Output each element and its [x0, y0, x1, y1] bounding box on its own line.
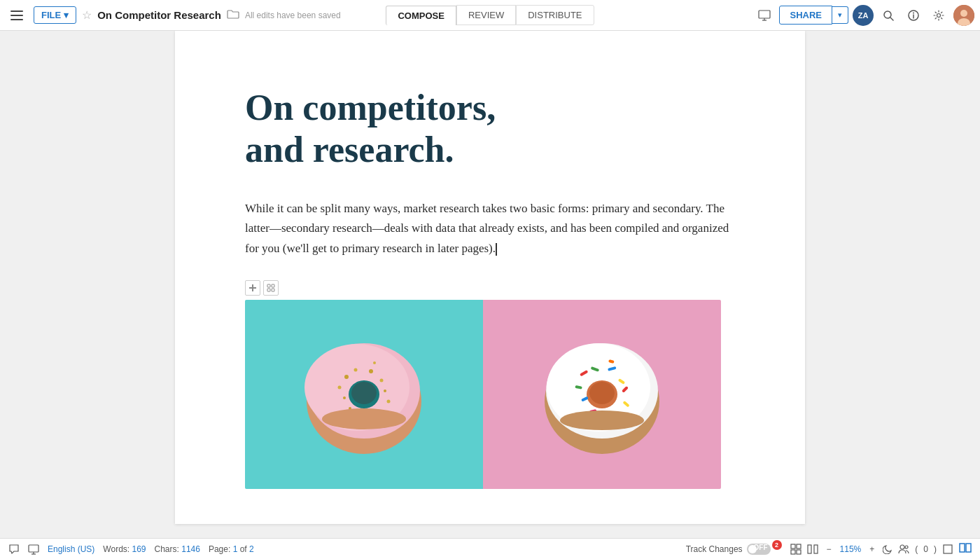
favorite-button[interactable]: ☆ — [82, 8, 92, 22]
share-dropdown-button[interactable]: ▾ — [832, 6, 848, 24]
main-content-area: On competitors,and research. While it ca… — [0, 31, 980, 538]
topbar-right: SHARE ▾ ZA — [600, 5, 974, 26]
white-donut-svg — [532, 321, 672, 468]
bottombar-right: Track Changes OFF 2 − 115% — [686, 543, 972, 555]
track-changes-label: Track Changes — [686, 544, 743, 554]
svg-point-29 — [380, 379, 384, 382]
donut-left-panel — [245, 300, 483, 489]
layout-single-button[interactable] — [942, 544, 953, 554]
svg-point-33 — [387, 400, 391, 403]
collaborators-count: ( — [915, 544, 918, 554]
document-body-text[interactable]: While it can be split many ways, market … — [245, 199, 735, 260]
svg-rect-2 — [10, 19, 23, 20]
folder-icon — [227, 9, 239, 22]
svg-point-27 — [354, 368, 358, 372]
char-count-label: Chars: 1146 — [155, 544, 200, 554]
tab-distribute[interactable]: DISTRIBUTE — [516, 5, 594, 25]
file-chevron-icon: ▾ — [64, 10, 69, 20]
svg-point-52 — [560, 410, 644, 430]
document-title: On Competitor Research — [97, 9, 221, 21]
search-button[interactable] — [878, 5, 899, 26]
svg-point-36 — [322, 408, 406, 429]
svg-point-35 — [373, 361, 376, 364]
svg-rect-60 — [808, 545, 811, 553]
pink-donut-svg — [294, 321, 434, 468]
svg-point-11 — [937, 13, 941, 17]
svg-point-63 — [905, 546, 908, 548]
svg-point-31 — [338, 386, 342, 389]
char-count-value: 1146 — [181, 544, 200, 554]
svg-rect-19 — [267, 289, 270, 291]
present-button[interactable] — [754, 5, 775, 26]
share-button-group: SHARE ▾ — [779, 6, 848, 25]
file-label: FILE — [41, 10, 61, 20]
svg-point-30 — [384, 389, 386, 392]
svg-rect-17 — [267, 284, 270, 287]
tab-review[interactable]: REVIEW — [456, 5, 516, 25]
add-row-button[interactable] — [245, 280, 260, 296]
track-changes-switch[interactable]: OFF — [747, 544, 771, 555]
svg-rect-0 — [10, 11, 23, 12]
svg-rect-1 — [10, 15, 23, 16]
zoom-out-button[interactable]: − — [824, 544, 834, 554]
svg-rect-3 — [759, 11, 770, 18]
svg-point-32 — [343, 396, 346, 399]
tab-compose[interactable]: COMPOSE — [386, 6, 456, 25]
bottombar-left: English (US) Words: 169 Chars: 1146 Page… — [8, 544, 675, 555]
svg-rect-66 — [966, 544, 971, 552]
svg-rect-18 — [272, 284, 274, 287]
zoom-in-button[interactable]: + — [867, 544, 877, 554]
svg-rect-16 — [252, 284, 253, 291]
topbar-left: FILE ▾ ☆ On Competitor Research All edit… — [6, 4, 380, 27]
svg-point-10 — [913, 12, 914, 13]
svg-rect-56 — [791, 544, 795, 548]
image-toolbar — [245, 280, 735, 296]
page-current: 1 — [233, 544, 238, 554]
file-menu-button[interactable]: FILE ▾ — [34, 6, 76, 24]
zoom-level: 115% — [840, 544, 862, 554]
layout-double-button[interactable] — [959, 543, 972, 555]
comments-button[interactable] — [8, 544, 20, 555]
info-button[interactable] — [903, 5, 924, 26]
svg-line-7 — [890, 18, 893, 20]
night-mode-button[interactable] — [883, 544, 892, 554]
media-button[interactable] — [28, 544, 39, 555]
collaborators-button[interactable] — [898, 544, 909, 554]
svg-point-41 — [589, 382, 615, 404]
columns-view-button[interactable] — [807, 544, 818, 555]
svg-point-25 — [351, 382, 377, 404]
user-avatar — [953, 5, 974, 26]
share-button[interactable]: SHARE — [779, 6, 832, 25]
settings-button[interactable] — [928, 5, 949, 26]
svg-point-26 — [344, 375, 349, 379]
svg-rect-58 — [791, 550, 795, 554]
mode-tabs: COMPOSE REVIEW DISTRIBUTE — [386, 5, 594, 25]
svg-rect-64 — [944, 545, 952, 553]
language-selector[interactable]: English (US) — [48, 544, 94, 554]
page-total: 2 — [249, 544, 254, 554]
track-changes-toggle: Track Changes OFF 2 — [686, 544, 785, 555]
svg-rect-59 — [797, 550, 801, 554]
track-changes-badge: 2 — [772, 540, 782, 550]
svg-rect-53 — [29, 545, 38, 552]
svg-point-28 — [369, 369, 373, 373]
document-heading: On competitors,and research. — [245, 87, 735, 171]
topbar: FILE ▾ ☆ On Competitor Research All edit… — [0, 0, 980, 31]
svg-rect-61 — [814, 545, 818, 553]
menu-button[interactable] — [6, 4, 28, 27]
grid-view-button[interactable] — [790, 544, 802, 555]
page-indicator: Page: 1 of 2 — [209, 544, 254, 554]
bottombar: English (US) Words: 169 Chars: 1146 Page… — [0, 538, 980, 559]
donut-image — [245, 300, 721, 489]
svg-point-62 — [900, 545, 904, 549]
donut-right-panel — [483, 300, 721, 489]
save-status: All edits have been saved — [245, 11, 341, 20]
svg-rect-20 — [272, 289, 274, 291]
svg-rect-65 — [960, 544, 965, 552]
document-page: On competitors,and research. While it ca… — [175, 31, 805, 524]
word-count-label: Words: 169 — [103, 544, 146, 554]
svg-rect-57 — [797, 544, 801, 548]
svg-point-13 — [960, 10, 967, 17]
image-options-button[interactable] — [263, 280, 279, 296]
word-count-value: 169 — [132, 544, 146, 554]
